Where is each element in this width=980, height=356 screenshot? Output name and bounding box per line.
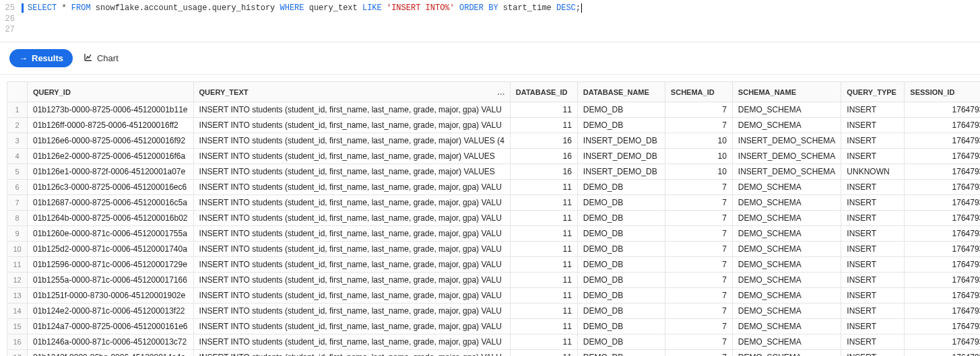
- editor-line[interactable]: 27: [0, 24, 980, 35]
- cell-schema_id[interactable]: 7: [665, 350, 732, 357]
- cell-database_id[interactable]: 11: [510, 319, 577, 334]
- table-row[interactable]: 201b126ff-0000-8725-0006-451200016ff2INS…: [7, 118, 981, 133]
- table-row[interactable]: 1501b124a7-0000-8725-0006-4512000161e6IN…: [7, 319, 981, 334]
- table-row[interactable]: 1401b124e2-0000-871c-0006-451200013f22IN…: [7, 304, 981, 319]
- editor-line[interactable]: 26: [0, 13, 980, 24]
- cell-query_id[interactable]: 01b12596-0000-871c-0006-45120001729e: [28, 257, 194, 273]
- cell-schema_name[interactable]: DEMO_SCHEMA: [732, 334, 841, 350]
- cell-schema_name[interactable]: DEMO_SCHEMA: [732, 226, 841, 242]
- cell-query_type[interactable]: INSERT: [841, 226, 905, 242]
- cell-database_id[interactable]: 11: [510, 350, 577, 357]
- cell-schema_id[interactable]: 10: [665, 149, 732, 164]
- cell-database_name[interactable]: DEMO_DB: [577, 102, 665, 118]
- cell-query_type[interactable]: INSERT: [841, 257, 905, 273]
- cell-database_name[interactable]: INSERT_DEMO_DB: [577, 133, 665, 149]
- cell-session_id[interactable]: 1764793472081898: [905, 102, 980, 118]
- cell-schema_id[interactable]: 7: [665, 334, 732, 350]
- cell-query_id[interactable]: 01b126e2-0000-8725-0006-451200016f6a: [28, 149, 194, 164]
- cell-schema_id[interactable]: 7: [665, 288, 732, 304]
- cell-query_id[interactable]: 01b1246a-0000-871c-0006-451200013c72: [28, 334, 194, 350]
- cell-database_id[interactable]: 11: [510, 257, 577, 273]
- table-row[interactable]: 1601b1246a-0000-871c-0006-451200013c72IN…: [7, 334, 981, 350]
- cell-database_name[interactable]: INSERT_DEMO_DB: [577, 149, 665, 164]
- cell-schema_name[interactable]: DEMO_SCHEMA: [732, 211, 841, 226]
- cell-session_id[interactable]: 1764793472078310: [905, 319, 980, 334]
- cell-database_name[interactable]: DEMO_DB: [577, 257, 665, 273]
- cell-schema_name[interactable]: DEMO_SCHEMA: [732, 273, 841, 288]
- cell-query_text[interactable]: INSERT INTO students (student_id, first_…: [193, 242, 510, 257]
- cell-query_type[interactable]: INSERT: [841, 334, 905, 350]
- cell-query_id[interactable]: 01b125d2-0000-871c-0006-45120001740a: [28, 242, 194, 257]
- cell-session_id[interactable]: 1764793472081426: [905, 180, 980, 195]
- cell-database_name[interactable]: DEMO_DB: [577, 350, 665, 357]
- cell-query_id[interactable]: 01b126c3-0000-8725-0006-451200016ec6: [28, 180, 194, 195]
- column-header-query_type[interactable]: QUERY_TYPE: [841, 82, 905, 102]
- cell-session_id[interactable]: 1764793472081106: [905, 149, 980, 164]
- cell-query_text[interactable]: INSERT INTO students (student_id, first_…: [193, 350, 510, 357]
- cell-query_id[interactable]: 01b126e6-0000-8725-0006-451200016f92: [28, 133, 194, 149]
- results-grid[interactable]: QUERY_IDQUERY_TEXT…DATABASE_IDDATABASE_N…: [7, 81, 980, 356]
- cell-query_type[interactable]: INSERT: [841, 242, 905, 257]
- cell-query_type[interactable]: INSERT: [841, 211, 905, 226]
- cell-database_name[interactable]: DEMO_DB: [577, 118, 665, 133]
- cell-session_id[interactable]: 1764793472081106: [905, 164, 980, 180]
- cell-schema_id[interactable]: 10: [665, 164, 732, 180]
- cell-database_id[interactable]: 11: [510, 334, 577, 350]
- column-header-schema_id[interactable]: SCHEMA_ID: [665, 82, 732, 102]
- cell-query_text[interactable]: INSERT INTO students (student_id, first_…: [193, 149, 510, 164]
- cell-query_text[interactable]: INSERT INTO students (student_id, first_…: [193, 304, 510, 319]
- cell-database_id[interactable]: 11: [510, 102, 577, 118]
- column-header-database_name[interactable]: DATABASE_NAME: [577, 82, 665, 102]
- cell-query_id[interactable]: 01b124e2-0000-871c-0006-451200013f22: [28, 304, 194, 319]
- cell-database_id[interactable]: 11: [510, 288, 577, 304]
- cell-session_id[interactable]: 1764793472081646: [905, 118, 980, 133]
- table-row[interactable]: 301b126e6-0000-8725-0006-451200016f92INS…: [7, 133, 981, 149]
- table-row[interactable]: 401b126e2-0000-8725-0006-451200016f6aINS…: [7, 149, 981, 164]
- cell-database_id[interactable]: 11: [510, 273, 577, 288]
- cell-query_type[interactable]: INSERT: [841, 273, 905, 288]
- column-header-schema_name[interactable]: SCHEMA_NAME: [732, 82, 841, 102]
- cell-database_name[interactable]: DEMO_DB: [577, 273, 665, 288]
- table-row[interactable]: 601b126c3-0000-8725-0006-451200016ec6INS…: [7, 180, 981, 195]
- cell-database_id[interactable]: 11: [510, 242, 577, 257]
- cell-query_id[interactable]: 01b1260e-0000-871c-0006-45120001755a: [28, 226, 194, 242]
- cell-query_type[interactable]: UNKNOWN: [841, 164, 905, 180]
- cell-schema_name[interactable]: DEMO_SCHEMA: [732, 319, 841, 334]
- cell-schema_id[interactable]: 7: [665, 102, 732, 118]
- table-row[interactable]: 1101b12596-0000-871c-0006-45120001729eIN…: [7, 257, 981, 273]
- cell-query_text[interactable]: INSERT INTO students (student_id, first_…: [193, 211, 510, 226]
- cell-query_type[interactable]: INSERT: [841, 350, 905, 357]
- cell-query_type[interactable]: INSERT: [841, 118, 905, 133]
- cell-query_text[interactable]: INSERT INTO students (student_id, first_…: [193, 257, 510, 273]
- cell-query_text[interactable]: INSERT INTO students (student_id, first_…: [193, 288, 510, 304]
- cell-query_text[interactable]: INSERT INTO students (student_id, first_…: [193, 118, 510, 133]
- cell-query_type[interactable]: INSERT: [841, 304, 905, 319]
- cell-database_id[interactable]: 16: [510, 149, 577, 164]
- cell-query_text[interactable]: INSERT INTO students (student_id, first_…: [193, 319, 510, 334]
- cell-schema_id[interactable]: 7: [665, 273, 732, 288]
- cell-query_type[interactable]: INSERT: [841, 133, 905, 149]
- cell-query_text[interactable]: INSERT INTO students (student_id, first_…: [193, 226, 510, 242]
- cell-schema_id[interactable]: 7: [665, 211, 732, 226]
- cell-schema_id[interactable]: 7: [665, 319, 732, 334]
- cell-database_id[interactable]: 11: [510, 304, 577, 319]
- cell-query_id[interactable]: 01b126ff-0000-8725-0006-451200016ff2: [28, 118, 194, 133]
- cell-database_name[interactable]: DEMO_DB: [577, 319, 665, 334]
- cell-schema_name[interactable]: DEMO_SCHEMA: [732, 350, 841, 357]
- cell-database_id[interactable]: 11: [510, 195, 577, 211]
- table-row[interactable]: 801b1264b-0000-8725-0006-451200016b02INS…: [7, 211, 981, 226]
- cell-query_text[interactable]: INSERT INTO students (student_id, first_…: [193, 180, 510, 195]
- cell-session_id[interactable]: 1764793472081106: [905, 133, 980, 149]
- cell-query_id[interactable]: 01b126e1-0000-872f-0006-45120001a07e: [28, 164, 194, 180]
- cell-query_type[interactable]: INSERT: [841, 195, 905, 211]
- table-row[interactable]: 1201b1255a-0000-871c-0006-451200017166IN…: [7, 273, 981, 288]
- cell-database_name[interactable]: DEMO_DB: [577, 334, 665, 350]
- table-row[interactable]: 1701b1242f-0000-86ba-0006-451200014a4eIN…: [7, 350, 981, 357]
- cell-schema_id[interactable]: 7: [665, 257, 732, 273]
- cell-query_text[interactable]: INSERT INTO students (student_id, first_…: [193, 164, 510, 180]
- cell-query_id[interactable]: 01b1264b-0000-8725-0006-451200016b02: [28, 211, 194, 226]
- cell-query_text[interactable]: INSERT INTO students (student_id, first_…: [193, 334, 510, 350]
- cell-schema_name[interactable]: DEMO_SCHEMA: [732, 257, 841, 273]
- cell-query_id[interactable]: 01b1255a-0000-871c-0006-451200017166: [28, 273, 194, 288]
- cell-session_id[interactable]: 1764793472090298: [905, 257, 980, 273]
